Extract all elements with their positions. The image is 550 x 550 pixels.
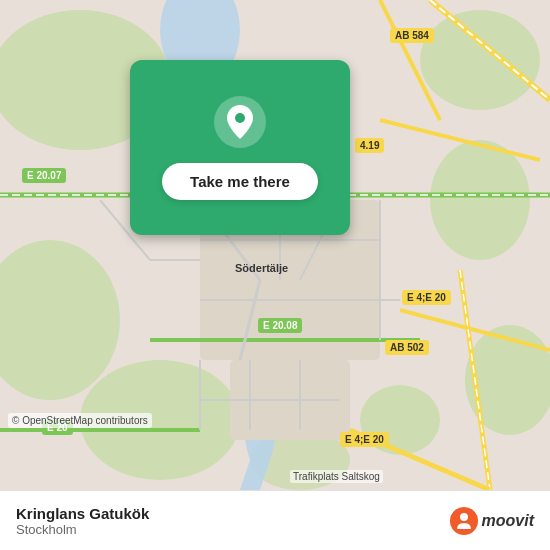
bottom-bar: Kringlans Gatukök Stockholm moovit	[0, 490, 550, 550]
road-label-e2007: E 20.07	[22, 168, 66, 183]
location-pin-icon	[213, 95, 267, 149]
location-info: Kringlans Gatukök Stockholm	[16, 505, 149, 537]
svg-point-5	[430, 140, 530, 260]
road-label-e2008: E 20.08	[258, 318, 302, 333]
location-name: Kringlans Gatukök	[16, 505, 149, 522]
svg-point-38	[235, 113, 245, 123]
map-attribution: © OpenStreetMap contributors	[8, 413, 152, 428]
location-card: Take me there	[130, 60, 350, 235]
moovit-logo: moovit	[450, 507, 534, 535]
road-label-ab584: AB 584	[390, 28, 434, 43]
svg-point-2	[420, 10, 540, 110]
city-label-sodertalje: Södertälje	[235, 262, 288, 274]
moovit-icon	[450, 507, 478, 535]
take-me-there-button[interactable]: Take me there	[162, 163, 318, 200]
location-city: Stockholm	[16, 522, 149, 537]
trafikplats-label: Trafikplats Saltskog	[290, 470, 383, 483]
moovit-text: moovit	[482, 512, 534, 530]
road-label-e4e20-2: E 4;E 20	[340, 432, 389, 447]
road-label-419: 4.19	[355, 138, 384, 153]
map-container: AB 584 E 20.07 4.19 E 4;E 20 E 20.08 AB …	[0, 0, 550, 490]
road-label-e420: E 4;E 20	[402, 290, 451, 305]
svg-point-40	[460, 513, 468, 521]
road-label-ab502: AB 502	[385, 340, 429, 355]
